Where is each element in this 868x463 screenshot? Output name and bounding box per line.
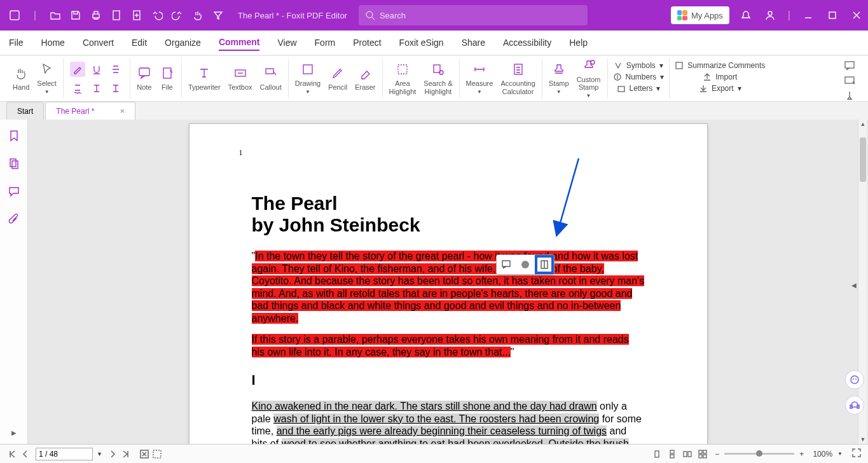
undo-icon[interactable]	[151, 10, 163, 21]
menu-help[interactable]: Help	[569, 35, 588, 50]
menu-file[interactable]: File	[9, 35, 24, 50]
summarize-comments-button[interactable]: Summarize Comments	[675, 61, 765, 70]
redo-icon[interactable]	[172, 10, 183, 21]
zoom-in-button[interactable]: +	[799, 450, 804, 459]
zoom-slider[interactable]	[724, 453, 794, 455]
menu-form[interactable]: Form	[315, 35, 336, 50]
single-page-view-icon[interactable]	[651, 448, 663, 460]
close-button[interactable]	[850, 9, 863, 22]
support-icon[interactable]	[845, 396, 864, 415]
highlighted-text-2[interactable]: If this story is a parable, perhaps ever…	[252, 334, 629, 357]
ai-chat-icon[interactable]	[843, 75, 857, 86]
zoom-out-button[interactable]: −	[715, 450, 719, 459]
continuous-view-icon[interactable]	[666, 448, 678, 460]
fit-page-button[interactable]	[138, 448, 151, 460]
custom-stamp-tool[interactable]: Custom Stamp▼	[577, 58, 601, 99]
pin-icon[interactable]	[843, 90, 857, 102]
menu-edit[interactable]: Edit	[132, 35, 147, 50]
drawing-tool[interactable]: Drawing▼	[295, 62, 320, 95]
numbers-dropdown[interactable]: Numbers ▾	[613, 73, 665, 81]
menu-share[interactable]: Share	[462, 35, 485, 50]
export-pdf-icon[interactable]	[111, 10, 122, 21]
bookmarks-icon[interactable]	[7, 128, 21, 142]
filter-icon[interactable]	[212, 10, 224, 21]
select-tool[interactable]: Select▼	[37, 62, 57, 95]
menu-esign[interactable]: Foxit eSign	[399, 35, 444, 50]
print-icon[interactable]	[90, 10, 102, 21]
page-number-field[interactable]	[36, 448, 93, 460]
ai-assistant-icon[interactable]	[845, 370, 864, 389]
menu-home[interactable]: Home	[41, 35, 65, 50]
menu-protect[interactable]: Protect	[353, 35, 381, 50]
eraser-tool[interactable]: Eraser	[355, 66, 375, 91]
measure-tool[interactable]: Measure▼	[466, 62, 493, 95]
search-input[interactable]	[380, 11, 581, 20]
attachments-icon[interactable]	[7, 212, 21, 226]
menu-view[interactable]: View	[277, 35, 296, 50]
minimize-button[interactable]	[802, 9, 815, 22]
pages-icon[interactable]	[7, 156, 21, 170]
highlighted-text-1[interactable]: In the town they tell the story of the g…	[252, 251, 645, 324]
facing-view-icon[interactable]	[682, 448, 693, 460]
fullscreen-button[interactable]	[851, 448, 862, 460]
highlight-tool[interactable]	[70, 62, 85, 77]
add-note-button[interactable]	[497, 255, 516, 274]
area-highlight-tool[interactable]: Area Highlight	[389, 62, 417, 95]
menu-accessibility[interactable]: Accessibility	[503, 35, 551, 50]
next-page-button[interactable]	[106, 448, 119, 460]
typewriter-tool[interactable]: Typewriter	[188, 66, 221, 91]
comments-panel-icon[interactable]	[843, 60, 857, 71]
open-icon[interactable]	[50, 10, 61, 21]
search-box[interactable]	[359, 5, 588, 25]
zoom-slider-knob[interactable]	[756, 450, 762, 457]
prev-page-button[interactable]	[19, 448, 32, 460]
import-comments-button[interactable]: Import	[703, 73, 737, 81]
scroll-down-icon[interactable]: ▼	[860, 436, 866, 443]
zoom-value[interactable]: 100%	[813, 450, 832, 459]
last-page-button[interactable]	[119, 448, 132, 460]
sidebar-expand-icon[interactable]: ▶	[11, 429, 17, 436]
properties-button[interactable]	[535, 255, 554, 274]
zoom-dropdown-icon[interactable]: ▼	[837, 451, 843, 457]
scrollbar-thumb[interactable]	[860, 137, 866, 182]
squiggly-tool[interactable]	[70, 81, 85, 96]
textbox-tool[interactable]: Textbox	[228, 66, 252, 91]
account-icon[interactable]	[764, 9, 776, 22]
pencil-tool[interactable]: Pencil	[328, 66, 347, 91]
right-panel-expand-icon[interactable]: ◀	[851, 282, 857, 289]
callout-tool[interactable]: Callout	[260, 66, 282, 91]
notifications-icon[interactable]	[740, 9, 752, 22]
reflow-button[interactable]	[151, 448, 163, 460]
symbols-dropdown[interactable]: Symbols ▾	[614, 61, 663, 70]
file-attachment-tool[interactable]: File	[160, 66, 175, 91]
search-highlight-tool[interactable]: Search & Highlight	[424, 62, 452, 95]
letters-dropdown[interactable]: Letters ▾	[617, 84, 661, 93]
comments-icon[interactable]	[7, 184, 21, 198]
stamp-tool[interactable]: Stamp▼	[549, 62, 569, 95]
underline-tool[interactable]	[89, 62, 104, 77]
tab-document[interactable]: The Pearl * ×	[45, 102, 135, 120]
accounting-tool[interactable]: Accounting Calculator	[500, 62, 535, 95]
color-picker-button[interactable]	[516, 255, 535, 274]
replace-text-tool[interactable]	[89, 81, 104, 96]
tab-start[interactable]: Start	[6, 102, 44, 120]
note-tool[interactable]: Note	[137, 66, 152, 91]
my-apps-button[interactable]: My Apps	[671, 6, 729, 24]
menu-organize[interactable]: Organize	[165, 35, 201, 50]
maximize-button[interactable]	[826, 9, 839, 22]
hand-dropdown-icon[interactable]	[192, 10, 203, 21]
menu-comment[interactable]: Comment	[219, 34, 260, 51]
hand-tool[interactable]: Hand	[13, 66, 29, 91]
document-viewport[interactable]: 1 The Pearl by John Steinbeck "In the to…	[28, 120, 868, 444]
continuous-facing-view-icon[interactable]	[697, 448, 708, 460]
new-doc-icon[interactable]	[131, 10, 142, 21]
export-comments-button[interactable]: Export ▾	[699, 84, 741, 93]
page-dropdown-icon[interactable]: ▼	[97, 451, 102, 457]
tab-close-icon[interactable]: ×	[120, 106, 125, 116]
strikeout-tool[interactable]	[108, 62, 123, 77]
save-icon[interactable]	[70, 10, 81, 21]
first-page-button[interactable]	[6, 448, 19, 460]
menu-convert[interactable]: Convert	[83, 35, 114, 50]
insert-text-tool[interactable]	[108, 81, 123, 96]
scroll-up-icon[interactable]: ▲	[860, 121, 866, 127]
